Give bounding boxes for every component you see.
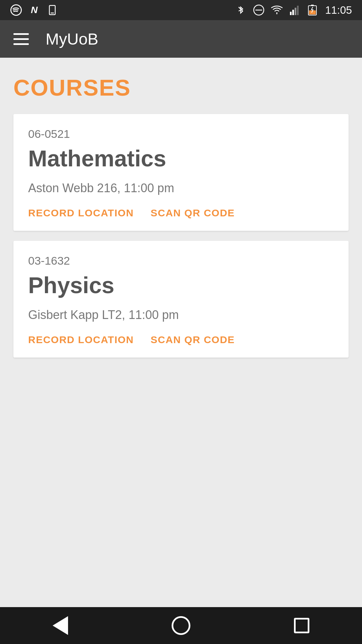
scan-qr-code-button-2[interactable]: SCAN QR CODE [150,334,235,345]
app-title: MyUoB [46,30,98,48]
scan-qr-code-button-1[interactable]: SCAN QR CODE [150,207,235,219]
course-card-mathematics: 06-0521 Mathematics Aston Webb 216, 11:0… [13,114,349,231]
home-icon [172,616,190,635]
back-button[interactable] [44,609,77,642]
svg-point-0 [11,5,21,15]
bottom-nav [0,607,362,644]
wifi-icon [271,4,283,16]
svg-rect-8 [297,6,299,15]
home-button[interactable] [164,609,198,642]
status-bar-right-icons: 11:05 [235,4,352,16]
svg-rect-6 [292,10,294,15]
course-code-2: 03-1632 [28,254,334,267]
svg-line-12 [311,7,313,10]
recents-icon [294,618,309,633]
course-name-1: Mathematics [28,146,334,171]
course-location-2: Gisbert Kapp LT2, 11:00 pm [28,308,334,322]
main-content: COURSES 06-0521 Mathematics Aston Webb 2… [0,58,362,607]
svg-rect-7 [295,8,296,15]
back-icon [53,616,68,635]
course-actions-1: RECORD LOCATION SCAN QR CODE [28,207,334,219]
record-location-button-1[interactable]: RECORD LOCATION [28,207,134,219]
signal-icon [289,4,301,16]
course-card-physics: 03-1632 Physics Gisbert Kapp LT2, 11:00 … [13,241,349,358]
app-bar: MyUoB [0,20,362,58]
spotify-icon [10,4,22,16]
battery-icon [307,4,319,16]
block-icon [253,4,265,16]
course-code-1: 06-0521 [28,127,334,141]
record-location-button-2[interactable]: RECORD LOCATION [28,334,134,345]
status-time: 11:05 [325,4,352,16]
n-icon: N [28,4,40,16]
recents-button[interactable] [285,609,318,642]
section-title: COURSES [13,74,349,101]
course-actions-2: RECORD LOCATION SCAN QR CODE [28,334,334,345]
phone-icon [46,4,58,16]
course-location-1: Aston Webb 216, 11:00 pm [28,181,334,195]
svg-rect-5 [290,12,292,15]
status-bar: N [0,0,362,20]
hamburger-menu-button[interactable] [13,33,29,45]
status-bar-left-icons: N [10,4,58,16]
svg-rect-10 [311,5,314,6]
bluetooth-icon [235,4,247,16]
course-name-2: Physics [28,273,334,298]
